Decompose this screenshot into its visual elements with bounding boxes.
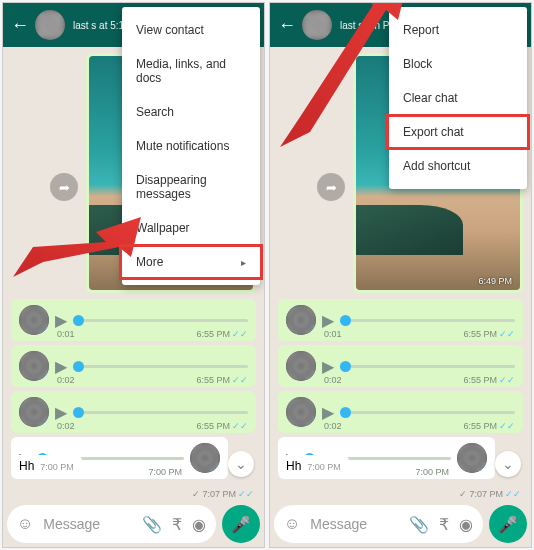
voice-avatar: ● <box>19 351 49 381</box>
sent-check-icon: ✓ <box>192 489 200 499</box>
voice-message[interactable]: ● ▶ 0:02 6:55 PM✓✓ <box>278 391 523 433</box>
sent-check-icon: ✓✓ <box>238 489 254 499</box>
camera-icon[interactable]: ◉ <box>192 515 206 534</box>
sent-indicator: ✓7:07 PM✓✓ <box>192 489 254 499</box>
voice-timestamp: 6:55 PM✓✓ <box>463 421 515 431</box>
voice-track[interactable] <box>73 411 248 414</box>
menu-item-block[interactable]: Block <box>389 47 527 81</box>
mic-badge-icon: ● <box>39 371 49 381</box>
voice-message[interactable]: ● ▶ 0:01 6:55 PM✓✓ <box>278 299 523 341</box>
camera-icon[interactable]: ◉ <box>459 515 473 534</box>
menu-item-export-chat[interactable]: Export chat <box>389 115 527 149</box>
chevron-down-icon: ⌄ <box>235 456 247 472</box>
voice-timestamp: 6:55 PM✓✓ <box>463 329 515 339</box>
read-tick-icon: ✓✓ <box>232 375 248 385</box>
voice-message[interactable]: ● ▶ 0:01 6:55 PM✓✓ <box>11 299 256 341</box>
text-message[interactable]: Hh 7:00 PM <box>278 455 349 477</box>
forward-icon[interactable]: ➦ <box>317 173 345 201</box>
mic-badge-icon: ● <box>306 325 316 335</box>
menu-item-disappearing-messages[interactable]: Disappearing messages <box>122 163 260 211</box>
mic-icon: 🎤 <box>231 515 251 534</box>
voice-duration: 0:02 <box>57 421 75 431</box>
voice-message[interactable]: ● ▶ 0:02 6:55 PM✓✓ <box>11 391 256 433</box>
voice-progress-dot <box>73 315 84 326</box>
voice-timestamp: 6:55 PM✓✓ <box>196 375 248 385</box>
right-screen: ← last seen P ▢ ✆ ⋮ 6:49 PM ➦ ● ▶ 0:01 6… <box>269 2 532 548</box>
voice-timestamp: 7:00 PM <box>148 467 182 477</box>
emoji-icon[interactable]: ☺ <box>17 515 33 533</box>
voice-timestamp: 6:55 PM✓✓ <box>463 375 515 385</box>
play-icon[interactable]: ▶ <box>322 311 334 330</box>
input-bar: ☺ Message 📎 ₹ ◉ 🎤 <box>7 505 260 543</box>
message-text: Hh <box>19 459 34 473</box>
voice-avatar: ● <box>286 351 316 381</box>
mic-button[interactable]: 🎤 <box>222 505 260 543</box>
voice-message[interactable]: ● ▶ 0:02 6:55 PM✓✓ <box>278 345 523 387</box>
message-placeholder: Message <box>310 516 399 532</box>
play-icon[interactable]: ▶ <box>322 357 334 376</box>
contact-avatar[interactable] <box>302 10 332 40</box>
attach-icon[interactable]: 📎 <box>142 515 162 534</box>
menu-item-add-shortcut[interactable]: Add shortcut <box>389 149 527 183</box>
voice-track[interactable] <box>73 319 248 322</box>
attach-icon[interactable]: 📎 <box>409 515 429 534</box>
overflow-menu: ReportBlockClear chatExport chatAdd shor… <box>389 7 527 189</box>
payment-icon[interactable]: ₹ <box>172 515 182 534</box>
voice-avatar: ● <box>286 305 316 335</box>
voice-progress-dot <box>73 407 84 418</box>
voice-avatar: ● <box>457 443 487 473</box>
play-icon[interactable]: ▶ <box>55 357 67 376</box>
message-text: Hh <box>286 459 301 473</box>
mic-badge-icon: ● <box>39 325 49 335</box>
contact-avatar[interactable] <box>35 10 65 40</box>
scroll-down-button[interactable]: ⌄ <box>228 451 254 477</box>
play-icon[interactable]: ▶ <box>322 403 334 422</box>
read-tick-icon: ✓✓ <box>499 329 515 339</box>
sent-check-icon: ✓✓ <box>505 489 521 499</box>
mic-badge-icon: ● <box>210 463 220 473</box>
emoji-icon[interactable]: ☺ <box>284 515 300 533</box>
scroll-down-button[interactable]: ⌄ <box>495 451 521 477</box>
input-bar: ☺ Message 📎 ₹ ◉ 🎤 <box>274 505 527 543</box>
voice-track[interactable] <box>340 365 515 368</box>
voice-timestamp: 6:55 PM✓✓ <box>196 329 248 339</box>
voice-avatar: ● <box>286 397 316 427</box>
voice-progress-dot <box>340 315 351 326</box>
menu-item-clear-chat[interactable]: Clear chat <box>389 81 527 115</box>
voice-duration: 0:01 <box>324 329 342 339</box>
mic-button[interactable]: 🎤 <box>489 505 527 543</box>
voice-track[interactable] <box>340 411 515 414</box>
left-screen: ← last s at 5:16 ▢ ✆ ⋮ 6:49 PM ➦ ● ▶ 0:0… <box>2 2 265 548</box>
play-icon[interactable]: ▶ <box>55 403 67 422</box>
menu-item-mute-notifications[interactable]: Mute notifications <box>122 129 260 163</box>
voice-message[interactable]: ● ▶ 0:02 6:55 PM✓✓ <box>11 345 256 387</box>
mic-badge-icon: ● <box>306 371 316 381</box>
voice-avatar: ● <box>19 397 49 427</box>
mic-icon: 🎤 <box>498 515 518 534</box>
message-input[interactable]: ☺ Message 📎 ₹ ◉ <box>274 505 483 543</box>
message-placeholder: Message <box>43 516 132 532</box>
back-icon[interactable]: ← <box>278 15 296 36</box>
menu-item-wallpaper[interactable]: Wallpaper <box>122 211 260 245</box>
mic-badge-icon: ● <box>306 417 316 427</box>
play-icon[interactable]: ▶ <box>55 311 67 330</box>
menu-item-search[interactable]: Search <box>122 95 260 129</box>
voice-track[interactable] <box>73 365 248 368</box>
voice-track[interactable] <box>340 319 515 322</box>
voice-progress-dot <box>340 361 351 372</box>
voice-timestamp: 7:00 PM <box>415 467 449 477</box>
sent-check-icon: ✓ <box>459 489 467 499</box>
menu-item-view-contact[interactable]: View contact <box>122 13 260 47</box>
back-icon[interactable]: ← <box>11 15 29 36</box>
sent-indicator: ✓7:07 PM✓✓ <box>459 489 521 499</box>
menu-item-report[interactable]: Report <box>389 13 527 47</box>
chevron-down-icon: ⌄ <box>502 456 514 472</box>
menu-item-media-links-and-docs[interactable]: Media, links, and docs <box>122 47 260 95</box>
message-timestamp: 6:49 PM <box>478 276 512 286</box>
message-timestamp: 7:00 PM <box>40 462 74 472</box>
forward-icon[interactable]: ➦ <box>50 173 78 201</box>
message-input[interactable]: ☺ Message 📎 ₹ ◉ <box>7 505 216 543</box>
menu-item-more[interactable]: More▸ <box>122 245 260 279</box>
payment-icon[interactable]: ₹ <box>439 515 449 534</box>
text-message[interactable]: Hh 7:00 PM <box>11 455 82 477</box>
